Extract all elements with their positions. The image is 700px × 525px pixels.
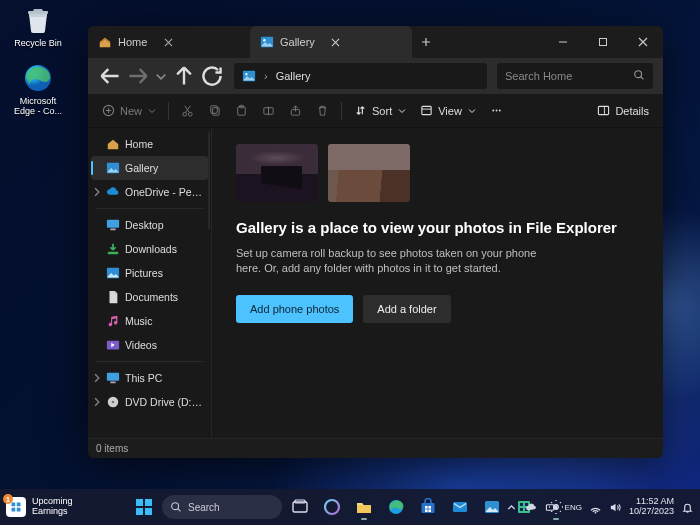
sidebar-item-documents[interactable]: Documents [88,285,211,309]
sidebar-item-label: DVD Drive (D:) CCC [125,396,205,408]
tray-onedrive-icon[interactable] [525,501,538,514]
tray-overflow-button[interactable] [505,501,518,514]
notifications-button[interactable] [681,501,694,514]
taskbar-app-photos[interactable] [478,493,506,521]
desktop-icon [106,218,120,232]
taskbar-app-explorer[interactable] [350,493,378,521]
nav-refresh-button[interactable] [200,64,224,88]
home-icon [106,137,120,151]
sidebar-item-desktop[interactable]: Desktop [88,213,211,237]
sidebar-item-dvd[interactable]: DVD Drive (D:) CCC [88,390,211,414]
svg-rect-25 [108,252,119,255]
svg-rect-33 [17,503,21,507]
sidebar-item-music[interactable]: Music [88,309,211,333]
address-bar-row: › Gallery Search Home [88,58,663,94]
nav-back-button[interactable] [98,64,122,88]
sidebar-item-gallery[interactable]: Gallery [91,156,208,180]
nav-forward-button[interactable] [126,64,150,88]
svg-point-59 [595,511,597,513]
svg-rect-4 [600,39,607,46]
sample-photo-2 [328,144,410,202]
sample-thumbnails [236,144,639,202]
search-icon [633,69,645,83]
share-button[interactable] [283,99,308,123]
svg-rect-28 [107,373,119,381]
widgets-badge: 1 [3,494,13,504]
desktop-icon-edge[interactable]: Microsoft Edge - Co... [8,62,68,116]
sidebar-item-label: Home [125,138,153,150]
taskbar-clock[interactable]: 11:52 AM 10/27/2023 [629,497,674,517]
gallery-heading: Gallery is a place to view your photos i… [236,218,639,238]
svg-rect-12 [213,108,220,115]
tab-gallery[interactable]: Gallery [250,26,412,58]
tray-network-icon[interactable] [589,501,602,514]
widgets-icon: 1 [6,497,26,517]
sidebar-item-home[interactable]: Home [88,132,211,156]
svg-rect-36 [136,499,143,506]
cut-button[interactable] [175,99,200,123]
sidebar-item-pictures[interactable]: Pictures [88,261,211,285]
tab-home[interactable]: Home [88,26,250,58]
sort-button[interactable]: Sort [348,99,412,123]
task-view-button[interactable] [286,493,314,521]
rename-button[interactable] [256,99,281,123]
svg-point-19 [495,110,497,112]
copy-button[interactable] [202,99,227,123]
gallery-icon [242,69,256,83]
tray-meet-now-icon[interactable] [545,501,558,514]
explorer-body: Home Gallery OneDrive - Personal Desktop… [88,128,663,438]
svg-rect-37 [145,499,152,506]
widgets-button[interactable]: 1 Upcoming Earnings [6,497,73,517]
nav-up-button[interactable] [172,64,196,88]
taskbar-app-edge[interactable] [382,493,410,521]
taskbar-app-mail[interactable] [446,493,474,521]
svg-rect-48 [425,509,428,512]
svg-point-7 [635,71,642,78]
search-input[interactable]: Search Home [497,63,653,89]
new-button-label: New [120,105,142,117]
onedrive-icon [106,185,120,199]
svg-point-6 [245,73,247,75]
tray-language-icon[interactable]: ENG [565,501,582,514]
add-phone-photos-button[interactable]: Add phone photos [236,295,353,323]
view-button[interactable]: View [414,99,482,123]
tab-close-button[interactable] [161,35,175,49]
tab-close-button[interactable] [329,35,343,49]
sidebar-item-videos[interactable]: Videos [88,333,211,357]
window-close-button[interactable] [623,26,663,58]
sidebar-item-label: Music [125,315,152,327]
desktop-icon-recycle-bin[interactable]: Recycle Bin [8,4,68,48]
taskbar-app-store[interactable] [414,493,442,521]
details-pane-button[interactable]: Details [591,99,655,123]
widgets-text-line2: Earnings [32,507,73,517]
add-a-folder-button[interactable]: Add a folder [363,295,450,323]
taskbar-search[interactable]: Search [162,495,282,519]
new-button[interactable]: New [96,99,162,123]
chevron-right-icon[interactable] [92,397,102,407]
clock-date: 10/27/2023 [629,507,674,517]
svg-rect-29 [110,382,115,384]
desktop-icon-label: Recycle Bin [8,38,68,48]
address-bar[interactable]: › Gallery [234,63,487,89]
nav-recent-button[interactable] [154,64,168,88]
paste-button[interactable] [229,99,254,123]
chevron-right-icon[interactable] [92,373,102,383]
desktop-icon-label: Microsoft Edge - Co... [8,96,68,116]
tray-volume-icon[interactable] [609,501,622,514]
tab-label: Home [118,36,147,48]
new-tab-button[interactable] [412,26,440,58]
window-maximize-button[interactable] [583,26,623,58]
downloads-icon [106,242,120,256]
system-tray: ENG 11:52 AM 10/27/2023 [505,497,694,517]
more-button[interactable] [484,99,509,123]
delete-button[interactable] [310,99,335,123]
svg-point-3 [263,39,265,41]
sidebar-item-onedrive[interactable]: OneDrive - Personal [88,180,211,204]
breadcrumb-item[interactable]: Gallery [276,70,311,82]
chevron-right-icon[interactable] [92,187,102,197]
window-minimize-button[interactable] [543,26,583,58]
sidebar-item-downloads[interactable]: Downloads [88,237,211,261]
start-button[interactable] [130,493,158,521]
taskbar-app-copilot[interactable] [318,493,346,521]
sidebar-item-this-pc[interactable]: This PC [88,366,211,390]
